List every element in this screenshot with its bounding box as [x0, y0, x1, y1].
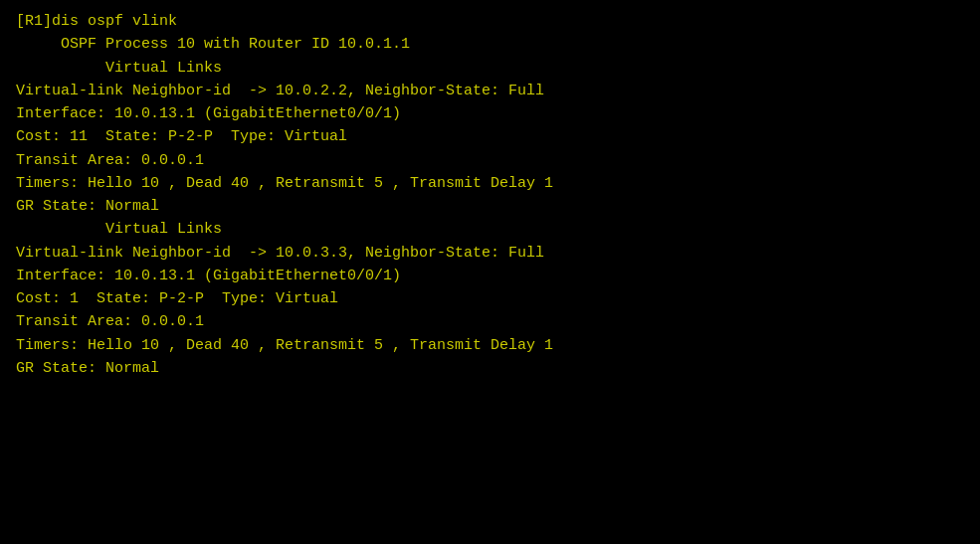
terminal-line-vlink2-gr: GR State: Normal: [16, 357, 964, 380]
terminal-line-vlink2-transit: Transit Area: 0.0.0.1: [16, 310, 964, 333]
terminal-line-virtual-links-1: Virtual Links: [16, 57, 964, 80]
terminal-line-process: OSPF Process 10 with Router ID 10.0.1.1: [16, 33, 964, 56]
terminal-line-vlink1-header: Virtual-link Neighbor-id -> 10.0.2.2, Ne…: [16, 80, 964, 102]
terminal-line-vlink2-iface: Interface: 10.0.13.1 (GigabitEthernet0/0…: [16, 265, 964, 287]
terminal-line-vlink2-cost: Cost: 1 State: P-2-P Type: Virtual: [16, 287, 964, 310]
terminal-line-virtual-links-2: Virtual Links: [16, 218, 964, 241]
terminal-line-vlink1-timers: Timers: Hello 10 , Dead 40 , Retransmit …: [16, 172, 964, 195]
terminal-line-vlink1-transit: Transit Area: 0.0.0.1: [16, 149, 964, 172]
terminal-line-vlink1-gr: GR State: Normal: [16, 195, 964, 218]
terminal-line-vlink2-timers: Timers: Hello 10 , Dead 40 , Retransmit …: [16, 334, 964, 357]
terminal-line-vlink1-iface: Interface: 10.0.13.1 (GigabitEthernet0/0…: [16, 102, 964, 125]
terminal-line-vlink1-cost: Cost: 11 State: P-2-P Type: Virtual: [16, 125, 964, 148]
terminal-window: [R1]dis ospf vlink OSPF Process 10 with …: [0, 0, 980, 544]
terminal-line-vlink2-header: Virtual-link Neighbor-id -> 10.0.3.3, Ne…: [16, 242, 964, 265]
terminal-line-cmd: [R1]dis ospf vlink: [16, 10, 964, 33]
